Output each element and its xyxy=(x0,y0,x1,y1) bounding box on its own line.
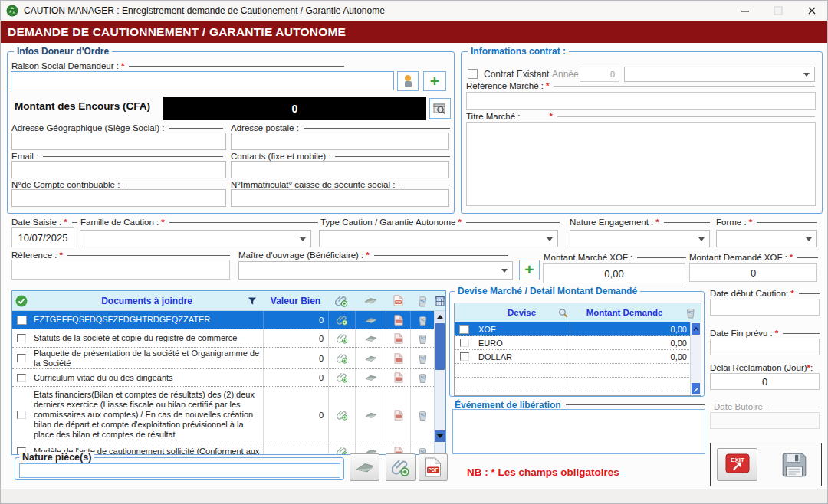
attach-button[interactable] xyxy=(386,453,416,481)
row-checkbox[interactable] xyxy=(17,316,27,325)
trash-icon[interactable] xyxy=(410,291,434,310)
document-row[interactable]: Statuts de la société et copie du regist… xyxy=(12,329,434,348)
paperclip-add-icon[interactable] xyxy=(328,329,355,347)
erase-button[interactable] xyxy=(350,453,380,481)
evenement-textarea[interactable] xyxy=(452,409,705,454)
eraser-icon[interactable] xyxy=(355,369,386,386)
row-checkbox[interactable] xyxy=(460,352,469,361)
contacts-input[interactable] xyxy=(231,161,449,178)
montant-encours-display: 0 xyxy=(163,97,426,120)
date-saisie-input[interactable]: 10/07/2025 xyxy=(12,227,74,247)
save-button[interactable] xyxy=(777,448,812,481)
maximize-button[interactable] xyxy=(766,1,790,21)
devise-row[interactable] xyxy=(455,364,691,378)
adresse-geo-input[interactable] xyxy=(12,133,226,150)
row-checkbox[interactable] xyxy=(17,374,26,382)
pdf-icon[interactable] xyxy=(386,329,410,347)
edit-icon[interactable] xyxy=(692,383,700,394)
trash-icon[interactable] xyxy=(410,387,434,443)
compte-contribuable-input[interactable] xyxy=(12,189,226,207)
row-checkbox[interactable] xyxy=(459,325,469,334)
immatricule-input[interactable] xyxy=(231,189,449,207)
trash-icon[interactable] xyxy=(410,311,434,329)
eraser-icon[interactable] xyxy=(355,311,386,329)
devise-row[interactable]: EURO0,00 xyxy=(455,336,691,350)
paperclip-add-icon[interactable] xyxy=(328,387,355,443)
famille-caution-select[interactable] xyxy=(80,230,311,247)
table-delete-icon[interactable] xyxy=(434,291,445,310)
devise-row[interactable]: DOLLAR0,00 xyxy=(455,350,691,364)
documents-table: Documents à joindre Valeur Bien PDF EZTG… xyxy=(12,290,446,455)
paperclip-add-icon[interactable] xyxy=(328,291,355,310)
select-client-button[interactable] xyxy=(397,71,419,91)
maitre-ouvrage-select[interactable] xyxy=(238,261,513,280)
eraser-icon[interactable] xyxy=(355,329,386,347)
paperclip-add-icon[interactable] xyxy=(328,348,355,368)
pdf-icon[interactable] xyxy=(386,387,410,443)
add-beneficiaire-button[interactable]: + xyxy=(519,260,540,280)
view-encours-button[interactable] xyxy=(429,98,451,119)
document-row[interactable]: Plaquette de présentation de la société … xyxy=(12,348,434,369)
row-checkbox[interactable] xyxy=(17,354,26,362)
trash-icon[interactable] xyxy=(679,303,701,322)
nature-engagement-select[interactable] xyxy=(570,230,710,247)
document-name: Etats financiers(Bilan et comptes de rés… xyxy=(31,388,263,441)
pdf-icon[interactable] xyxy=(386,311,410,329)
scrollbar-thumb[interactable] xyxy=(435,323,445,370)
reference-input[interactable] xyxy=(12,260,230,280)
devise-row[interactable] xyxy=(455,378,691,391)
magnifier-icon[interactable] xyxy=(558,308,568,318)
contrat-select[interactable] xyxy=(624,67,815,82)
date-debut-input[interactable] xyxy=(710,299,820,316)
email-input[interactable] xyxy=(12,161,226,178)
reference-marche-input[interactable] xyxy=(466,92,816,110)
annee-input[interactable]: 0 xyxy=(580,67,619,82)
document-row[interactable]: Curriculum vitae du ou des dirigeants0 xyxy=(12,369,434,387)
pdf-icon[interactable] xyxy=(386,369,410,386)
type-caution-select[interactable] xyxy=(319,230,558,247)
eraser-icon[interactable] xyxy=(355,291,386,310)
trash-icon[interactable] xyxy=(410,369,434,386)
row-checkbox[interactable] xyxy=(460,339,469,347)
check-circle-icon[interactable] xyxy=(12,291,31,310)
infos-doneur-caption: Infos Doneur d'Ordre xyxy=(14,46,112,57)
paperclip-add-icon[interactable] xyxy=(328,369,355,386)
titre-marche-textarea[interactable] xyxy=(466,122,816,206)
plus-icon: + xyxy=(430,73,439,89)
adresse-postale-input[interactable] xyxy=(231,133,449,150)
delai-reclamation-input[interactable]: 0 xyxy=(710,373,820,390)
minimize-button[interactable] xyxy=(733,1,757,21)
document-row[interactable]: EZTGEFFQSFDQSFZFDGHTRDGEQZZATER0 xyxy=(12,311,434,329)
montant-demande-input[interactable]: 0 xyxy=(689,263,817,282)
exit-button[interactable]: EXIT xyxy=(717,448,757,481)
montant-marche-input[interactable]: 0,00 xyxy=(543,263,685,283)
adresse-geo-label: Adresse Géographique (Siège Social) : xyxy=(12,123,223,133)
eraser-icon[interactable] xyxy=(355,387,386,443)
add-client-button[interactable]: + xyxy=(423,71,446,91)
scroll-down-icon[interactable] xyxy=(435,430,445,442)
devise-name: XOF xyxy=(474,325,570,334)
pdf-icon[interactable] xyxy=(386,348,410,368)
scroll-up-icon[interactable] xyxy=(435,311,445,322)
trash-icon[interactable] xyxy=(410,329,434,347)
pdf-button[interactable]: PDF xyxy=(419,453,448,481)
row-checkbox[interactable] xyxy=(17,411,26,419)
filter-icon[interactable] xyxy=(248,296,257,306)
raison-social-input[interactable] xyxy=(11,71,394,90)
forme-select[interactable] xyxy=(716,230,817,247)
nature-piece-input[interactable] xyxy=(19,463,340,478)
contrat-existant-checkbox[interactable] xyxy=(468,69,478,79)
exit-icon: EXIT xyxy=(725,453,750,476)
close-button[interactable] xyxy=(800,1,824,21)
scroll-up-icon[interactable] xyxy=(692,323,700,335)
devise-scrollbar[interactable] xyxy=(690,322,701,395)
row-checkbox[interactable] xyxy=(17,334,26,342)
trash-icon[interactable] xyxy=(410,348,434,368)
devise-row[interactable]: XOF0,00 xyxy=(455,322,691,336)
documents-scrollbar[interactable] xyxy=(434,311,445,454)
eraser-icon[interactable] xyxy=(355,348,386,368)
date-fin-input[interactable] xyxy=(710,339,820,355)
document-row[interactable]: Etats financiers(Bilan et comptes de rés… xyxy=(12,387,434,443)
pdf-icon[interactable]: PDF xyxy=(386,291,410,310)
paperclip-add-icon[interactable] xyxy=(328,311,355,329)
